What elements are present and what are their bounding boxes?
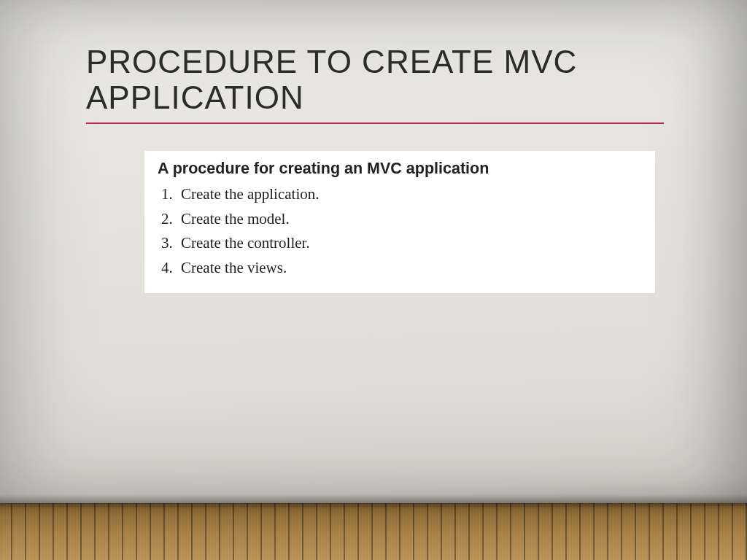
baseboard-shadow [0, 494, 747, 503]
list-item: Create the application. [177, 182, 642, 207]
list-item: Create the views. [177, 256, 642, 281]
title-underline [86, 122, 664, 124]
wood-floor [0, 503, 747, 560]
procedure-steps: Create the application. Create the model… [158, 182, 642, 280]
slide: PROCEDURE TO CREATE MVC APPLICATION A pr… [0, 0, 747, 560]
content-card: A procedure for creating an MVC applicat… [144, 151, 655, 293]
slide-title: PROCEDURE TO CREATE MVC APPLICATION [86, 44, 655, 116]
list-item: Create the model. [177, 207, 642, 232]
card-heading: A procedure for creating an MVC applicat… [158, 160, 642, 178]
list-item: Create the controller. [177, 231, 642, 256]
